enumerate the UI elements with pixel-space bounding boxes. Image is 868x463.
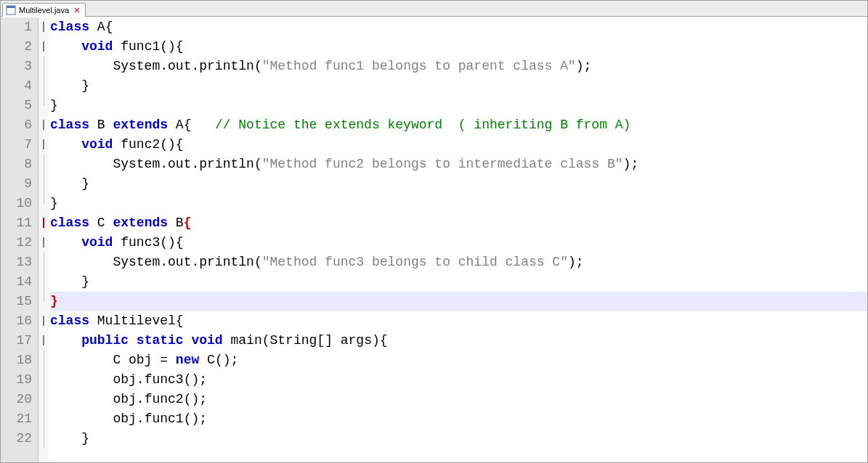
line-number: 6	[1, 115, 32, 135]
line-number: 3	[1, 57, 32, 76]
code-line[interactable]: }	[50, 96, 867, 115]
line-number: 12	[1, 233, 32, 253]
code-line[interactable]: C obj = new C();	[50, 351, 867, 370]
code-line[interactable]: System.out.println("Method func3 belongs…	[50, 253, 867, 272]
code-line[interactable]: class B extends A{ // Notice the extends…	[50, 115, 867, 135]
close-icon[interactable]	[73, 7, 81, 14]
line-number: 15	[1, 292, 32, 311]
fold-marker[interactable]	[38, 37, 49, 57]
line-number: 2	[1, 37, 32, 57]
fold-marker[interactable]	[38, 17, 49, 37]
line-number: 17	[1, 331, 32, 351]
code-line[interactable]: obj.func1();	[50, 409, 867, 429]
line-number: 1	[1, 17, 32, 37]
fold-marker	[38, 155, 49, 174]
code-line[interactable]: }	[50, 272, 867, 292]
line-number: 13	[1, 253, 32, 272]
line-number: 22	[1, 429, 32, 448]
fold-marker	[38, 370, 49, 390]
code-line[interactable]: void func3(){	[50, 233, 867, 253]
line-number: 9	[1, 174, 32, 194]
fold-marker	[38, 57, 49, 76]
code-line[interactable]: class C extends B{	[50, 213, 867, 233]
line-number: 20	[1, 390, 32, 409]
fold-marker	[38, 409, 49, 429]
code-line[interactable]: }	[50, 174, 867, 194]
line-number: 21	[1, 409, 32, 429]
code-line[interactable]: void func2(){	[50, 135, 867, 155]
line-number: 18	[1, 351, 32, 370]
fold-marker	[38, 194, 49, 213]
code-area[interactable]: class A{ void func1(){ System.out.printl…	[49, 17, 867, 462]
fold-marker	[38, 429, 49, 448]
code-line[interactable]: obj.func2();	[50, 390, 867, 409]
line-number: 19	[1, 370, 32, 390]
code-line[interactable]: void func1(){	[50, 37, 867, 57]
code-line[interactable]: public static void main(String[] args){	[50, 331, 867, 351]
line-number: 10	[1, 194, 32, 213]
tab-filename: Multilevel.java	[19, 6, 69, 15]
line-number: 11	[1, 213, 32, 233]
fold-column[interactable]	[38, 17, 49, 462]
fold-marker	[38, 351, 49, 370]
file-tab[interactable]: Multilevel.java	[2, 3, 86, 17]
line-number: 4	[1, 76, 32, 96]
code-line[interactable]: System.out.println("Method func2 belongs…	[50, 155, 867, 174]
line-number: 7	[1, 135, 32, 155]
code-editor[interactable]: 12345678910111213141516171819202122 clas…	[1, 17, 867, 462]
fold-marker	[38, 76, 49, 96]
line-number: 14	[1, 272, 32, 292]
fold-marker	[38, 96, 49, 115]
fold-marker[interactable]	[38, 115, 49, 135]
java-file-icon	[6, 5, 16, 15]
fold-marker[interactable]	[38, 311, 49, 331]
code-line[interactable]: }	[50, 76, 867, 96]
code-line[interactable]: }	[50, 429, 867, 448]
fold-marker[interactable]	[38, 213, 49, 233]
code-line[interactable]: }	[50, 194, 867, 213]
tab-bar: Multilevel.java	[1, 1, 867, 17]
code-line[interactable]: System.out.println("Method func1 belongs…	[50, 57, 867, 76]
code-line[interactable]: class Multilevel{	[50, 311, 867, 331]
line-number: 8	[1, 155, 32, 174]
code-line[interactable]: class A{	[50, 17, 867, 37]
svg-rect-1	[7, 6, 15, 8]
fold-marker	[38, 390, 49, 409]
line-number: 5	[1, 96, 32, 115]
line-number: 16	[1, 311, 32, 331]
fold-marker	[38, 174, 49, 194]
code-line[interactable]: }	[50, 292, 867, 311]
fold-marker	[38, 272, 49, 292]
fold-marker[interactable]	[38, 331, 49, 351]
line-number-gutter: 12345678910111213141516171819202122	[1, 17, 38, 462]
code-line[interactable]: obj.func3();	[50, 370, 867, 390]
fold-marker	[38, 292, 49, 311]
fold-marker[interactable]	[38, 135, 49, 155]
fold-marker	[38, 253, 49, 272]
fold-marker[interactable]	[38, 233, 49, 253]
